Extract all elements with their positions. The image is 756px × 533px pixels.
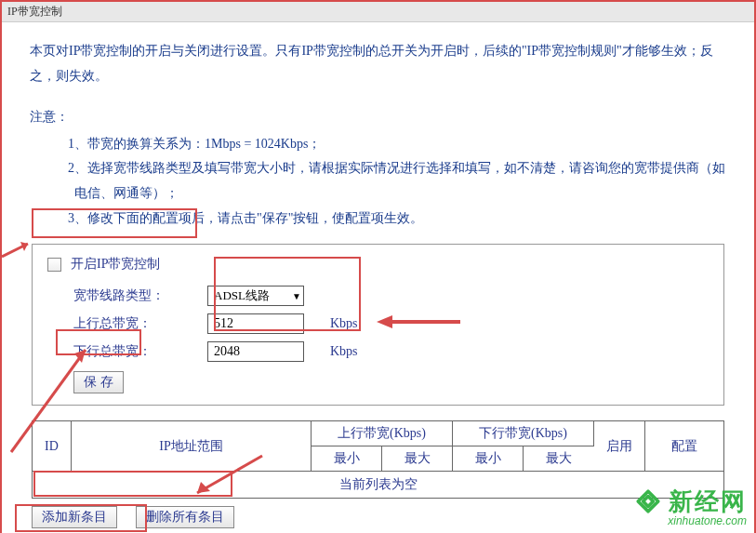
note-1: 1、带宽的换算关系为：1Mbps = 1024Kbps； <box>30 132 726 157</box>
downlink-input[interactable] <box>207 341 304 362</box>
note-2: 2、选择宽带线路类型及填写带宽大小时，请根据实际情况进行选择和填写，如不清楚，请… <box>30 156 726 206</box>
table-actions: 添加新条目 删除所有条目 <box>30 499 726 528</box>
downlink-unit: Kbps <box>330 344 358 359</box>
line-type-select[interactable]: ADSL线路 ▼ <box>207 286 304 306</box>
line-type-row: 宽带线路类型： ADSL线路 ▼ <box>42 282 714 310</box>
uplink-row: 上行总带宽： Kbps <box>42 310 714 338</box>
notes-title: 注意： <box>30 105 726 130</box>
th-downlink: 下行带宽(Kbps) <box>453 421 594 446</box>
line-type-value: ADSL线路 <box>214 287 270 304</box>
table-header-row1: ID IP地址范围 上行带宽(Kbps) 下行带宽(Kbps) 启用 配置 最小… <box>33 421 723 472</box>
chevron-down-icon: ▼ <box>292 291 301 301</box>
notes-section: 注意： 1、带宽的换算关系为：1Mbps = 1024Kbps； 2、选择宽带线… <box>30 105 726 231</box>
line-type-label: 宽带线路类型： <box>73 287 185 304</box>
add-entry-button[interactable]: 添加新条目 <box>32 506 117 528</box>
enable-row: 开启IP带宽控制 <box>42 254 714 282</box>
uplink-input[interactable] <box>207 313 304 334</box>
uplink-unit: Kbps <box>330 316 358 331</box>
enable-label: 开启IP带宽控制 <box>71 256 160 273</box>
th-down-max: 最大 <box>524 446 594 472</box>
save-button[interactable]: 保 存 <box>73 371 124 393</box>
th-ip-range: IP地址范围 <box>72 421 312 472</box>
th-config: 配置 <box>645 421 723 472</box>
th-up-min: 最小 <box>312 446 382 472</box>
config-panel: 开启IP带宽控制 宽带线路类型： ADSL线路 ▼ 上行总带宽： Kbps 下行… <box>32 244 724 406</box>
window-title: IP带宽控制 <box>7 5 62 18</box>
enable-checkbox[interactable] <box>47 258 61 272</box>
table-empty-row: 当前列表为空 <box>33 472 723 498</box>
title-bar: IP带宽控制 <box>2 2 754 22</box>
th-down-min: 最小 <box>453 446 524 472</box>
th-uplink: 上行带宽(Kbps) <box>312 421 453 446</box>
th-up-max: 最大 <box>382 446 453 472</box>
th-id: ID <box>33 421 72 472</box>
downlink-label: 下行总带宽： <box>73 343 185 360</box>
main-content: 本页对IP带宽控制的开启与关闭进行设置。只有IP带宽控制的总开关为开启时，后续的… <box>2 22 754 533</box>
downlink-row: 下行总带宽： Kbps <box>42 338 714 366</box>
note-3: 3、修改下面的配置项后，请点击"保存"按钮，使配置项生效。 <box>30 207 726 232</box>
delete-all-button[interactable]: 删除所有条目 <box>136 506 234 528</box>
rules-table: ID IP地址范围 上行带宽(Kbps) 下行带宽(Kbps) 启用 配置 最小… <box>32 420 724 499</box>
intro-text: 本页对IP带宽控制的开启与关闭进行设置。只有IP带宽控制的总开关为开启时，后续的… <box>30 39 726 88</box>
th-enable: 启用 <box>594 421 645 472</box>
uplink-label: 上行总带宽： <box>73 315 185 332</box>
